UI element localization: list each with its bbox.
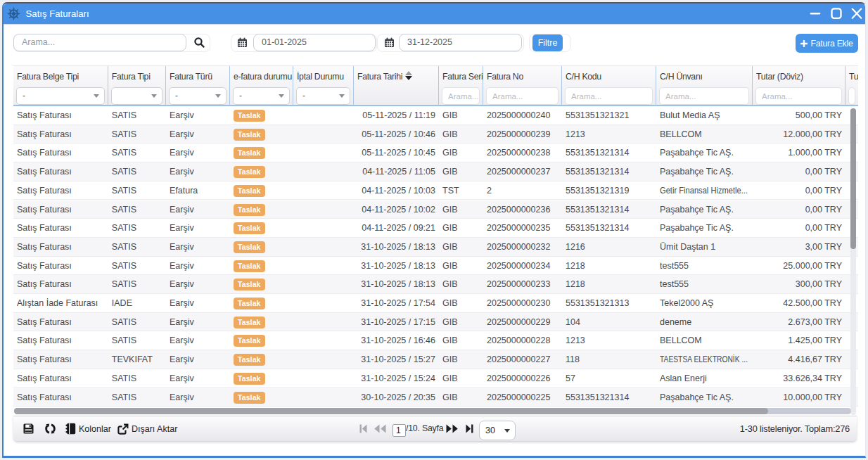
column-filter-input[interactable] [442,87,480,105]
table-cell-efatura: Taslak [230,181,293,200]
table-row[interactable]: Satış FaturasıSATISEarşivTaslak31-10-202… [13,369,858,388]
table-cell-tarih: 31-10-2025 / 15:27 [354,350,439,369]
prev-page-icon [374,424,386,433]
table-cell-belge_tipi: Satış Faturası [13,275,108,294]
column-filter-input[interactable] [755,87,842,105]
next-page-button[interactable] [446,416,459,442]
column-filter-input[interactable] [565,87,653,105]
table-row[interactable]: Satış FaturasıSATISEarşivTaslak31-10-202… [13,257,858,276]
column-header[interactable]: Fatura Tarihi [354,66,439,106]
table-cell-ch_unvani: Paşabahçe Tic AŞ. [656,143,753,162]
prev-page-button[interactable] [374,416,386,442]
page-size-select[interactable]: 30 [479,421,516,440]
table-cell-ch_unvani: Aslan Enerji [656,369,753,388]
table-row[interactable]: Satış FaturasıSATISEarşivTaslak31-10-202… [13,331,858,350]
table-cell-ch_unvani: Bulut Media AŞ [656,106,753,125]
sort-icon[interactable] [405,71,413,81]
table-cell-turu: Earşiv [166,162,230,181]
status-badge: Taslak [234,185,265,197]
table-cell-tipi: SATIS [108,219,166,238]
table-row[interactable]: Satış FaturasıSATISEarşivTaslak04-11-202… [13,200,858,219]
horizontal-scrollbar-thumb[interactable] [14,408,768,414]
table-cell-belge_tipi: Satış Faturası [13,181,108,200]
cell-text: TAESTSA ELEKTRONİK ... [660,350,748,369]
export-button[interactable]: Dışarı Aktar [117,416,177,442]
table-cell-efatura: Taslak [230,388,293,407]
column-header-label: Tu [849,70,858,84]
search-input[interactable] [13,34,186,51]
table-cell-belge_tipi: Satış Faturası [13,219,108,238]
table-cell-turu: Earşiv [166,125,230,144]
table-row[interactable]: Satış FaturasıSATISEarşivTaslak05-11-202… [13,125,858,144]
filter-button[interactable]: Filtre [532,34,563,52]
date-to-input[interactable] [399,34,522,51]
column-header-label: Fatura Türü [170,70,212,84]
close-button[interactable] [850,4,863,25]
column-header-label: Fatura Seri [442,70,483,84]
table-cell-belge_tipi: Satış Faturası [13,106,108,125]
date-to-calendar-button[interactable] [378,34,400,51]
table-cell-iptal [293,350,354,369]
table-row[interactable]: Satış FaturasıSATISEarşivTaslak04-11-202… [13,162,858,181]
vertical-scrollbar-thumb[interactable] [850,108,856,249]
table-row[interactable]: Alıştan İade FaturasıIADEEarşivTaslak31-… [13,294,858,313]
save-button[interactable] [23,416,34,442]
last-page-button[interactable] [466,416,473,442]
table-cell-efatura: Taslak [230,125,293,144]
column-filter-select[interactable]: - [233,87,290,105]
cell-text: Aslan Enerji [660,369,707,388]
column-header-label: Fatura Tarihi [357,70,413,84]
table-row[interactable]: Satış FaturasıSATISEarşivTaslak31-10-202… [13,313,858,332]
table-cell-tarih: 05-11-2025 / 10:45 [354,143,439,162]
table-row[interactable]: Satış FaturasıSATISEarşivTaslak31-10-202… [13,275,858,294]
date-from-input[interactable] [253,34,376,51]
table-cell-seri: GIB [439,350,483,369]
table-cell-no: 2 [483,181,562,200]
columns-label: Kolonlar [79,424,111,434]
table-row[interactable]: Satış FaturasıSATISEarşivTaslak05-11-202… [13,143,858,162]
page-number-input[interactable] [392,424,406,437]
status-badge: Taslak [234,260,265,272]
column-header-label: C/H Ünvanı [660,70,703,84]
chevron-down-icon [215,94,221,98]
column-filter-input[interactable] [848,87,855,105]
table-row[interactable]: Satış FaturasıSATISEarşivTaslak05-11-202… [13,106,858,125]
column-filter-select[interactable]: - [169,87,226,105]
table-row[interactable]: Satış FaturasıSATISEarşivTaslak30-10-202… [13,388,858,407]
table-row[interactable]: Satış FaturasıSATISEarşivTaslak04-11-202… [13,219,858,238]
first-page-button[interactable] [359,416,367,442]
table-cell-seri: GIB [439,369,483,388]
table-cell-tutar: 1.000,00 TRY [753,143,845,162]
column-filter-select[interactable]: - [296,87,350,105]
refresh-button[interactable] [44,416,57,442]
table-cell-turu: Earşiv [166,313,230,332]
column-filter-input[interactable] [486,87,559,105]
table-row[interactable]: Satış FaturasıSATISEfaturaTaslak04-11-20… [13,181,858,200]
column-filter-input[interactable] [659,87,749,105]
table-cell-tarih: 31-10-2025 / 17:15 [354,313,439,332]
column-filter-select[interactable] [111,87,162,105]
horizontal-scrollbar-track[interactable] [14,408,851,414]
table-cell-efatura: Taslak [230,331,293,350]
status-badge: Taslak [234,241,265,253]
column-header-label: e-fatura durumu [234,70,292,84]
table-cell-tutar: 42.500,00 TRY [753,294,845,313]
table-cell-tipi: SATIS [108,369,166,388]
column-filter-select[interactable]: - [16,87,105,105]
date-from-calendar-button[interactable] [231,34,253,51]
cell-text: test555 [660,275,689,294]
search-button[interactable] [187,34,211,51]
add-invoice-button[interactable]: Fatura Ekle [796,34,858,53]
table-cell-seri: TST [439,181,483,200]
filter-select-value: - [175,91,178,101]
minimize-button[interactable] [809,4,822,25]
table-cell-efatura: Taslak [230,350,293,369]
calendar-icon [384,37,395,48]
maximize-button[interactable] [830,4,843,25]
table-cell-no: 2025000000228 [483,331,562,350]
columns-button[interactable]: Kolonlar [65,416,111,442]
table-row[interactable]: Satış FaturasıTEVKIFATEarşivTaslak31-10-… [13,350,858,369]
window-title: Satış Faturaları [26,4,89,25]
column-header: Fatura Belge Tipi- [13,66,108,106]
table-row[interactable]: Satış FaturasıSATISEarşivTaslak31-10-202… [13,238,858,257]
